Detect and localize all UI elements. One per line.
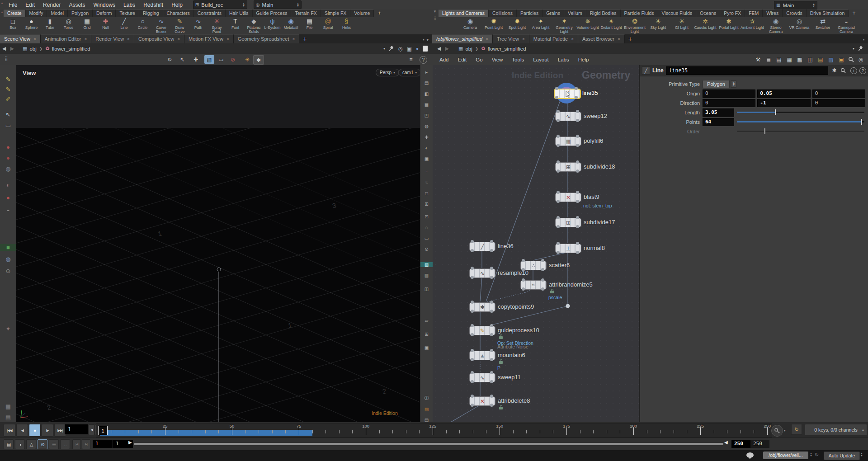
display-sets-icon[interactable]: ≡ — [406, 55, 416, 64]
node-connector[interactable] — [557, 135, 560, 138]
origin-y-field[interactable]: 0.05 — [757, 89, 810, 98]
shelf-tool[interactable]: § Helix — [337, 17, 356, 34]
path-segment-obj[interactable]: ▦ obj — [21, 46, 38, 52]
shelf-tool[interactable]: ☀ Sky Light — [646, 17, 670, 34]
node-connector[interactable] — [576, 216, 579, 219]
shelf-tool[interactable]: ✲ Caustic Light — [693, 17, 717, 34]
shelf-tab[interactable]: Terrain FX — [291, 9, 321, 17]
shelf-tab[interactable]: Modify — [26, 9, 47, 17]
box-link-icon[interactable]: ▣ — [407, 46, 412, 52]
display-option-icon[interactable]: ▤ — [420, 80, 433, 85]
menu-item[interactable]: Tools — [507, 57, 528, 62]
display-option-icon[interactable]: ▦ — [420, 102, 433, 107]
path-segment-obj[interactable]: ▦ obj — [457, 46, 474, 52]
display-option-icon[interactable]: ◻ — [420, 191, 433, 196]
shelf-tab[interactable]: Deform — [93, 9, 116, 17]
tool-strip-icon[interactable]: ● — [0, 144, 16, 151]
display-option-icon[interactable]: ▱ — [420, 318, 433, 323]
shelf-tool[interactable]: ✦ Area Light — [529, 17, 552, 34]
shelf-tool[interactable]: ✺ Point Light — [482, 17, 505, 34]
tool-strip-icon[interactable]: ⊙ — [0, 268, 16, 274]
network-node-attribdelete8[interactable]: ✕attribdelete8 — [469, 396, 495, 405]
menu-item[interactable]: Edit — [21, 2, 39, 8]
display-option-icon[interactable]: ▫ — [420, 169, 433, 174]
shelf-tool[interactable]: ◒ Gamepad Camera — [835, 17, 858, 34]
primitive-type-combo[interactable]: Polygon — [703, 80, 730, 88]
node-label[interactable]: line36 — [498, 243, 514, 249]
shelf-tool[interactable]: ◎ VR Camera — [788, 17, 811, 34]
help-icon[interactable]: ? — [859, 67, 866, 74]
node-label[interactable]: blast9 — [584, 193, 599, 200]
back-button[interactable]: ◀ — [0, 46, 8, 52]
menu-item[interactable]: Help — [574, 57, 594, 62]
range-left-cap-icon[interactable]: ▶ — [128, 440, 132, 445]
node-connector[interactable] — [471, 310, 474, 313]
menu-item[interactable]: Labs — [119, 2, 139, 8]
secure-selection-icon[interactable]: ▧ — [204, 55, 214, 64]
menu-item[interactable]: View — [487, 57, 508, 62]
shelf-tool[interactable]: ✰ Ambient Light — [741, 17, 764, 34]
panel-link-icon[interactable] — [423, 46, 428, 52]
node-connector[interactable] — [557, 160, 560, 164]
tool-strip-icon[interactable]: ✎ — [0, 86, 16, 93]
key-icon[interactable] — [771, 425, 783, 437]
node-connector[interactable] — [541, 268, 544, 271]
display-option-icon[interactable]: ▸ — [420, 70, 433, 75]
shelf-tool[interactable]: ✎ Draw Curve — [170, 17, 189, 34]
shelf-tab[interactable]: Wires — [763, 9, 783, 17]
menu-item[interactable]: Go — [471, 57, 487, 62]
node-connector[interactable] — [555, 87, 558, 90]
node-connector[interactable] — [576, 119, 579, 122]
search-icon[interactable] — [848, 56, 854, 62]
close-tab-icon[interactable]: × — [292, 37, 295, 42]
node-connector[interactable] — [576, 169, 579, 173]
recent-paths-caret-icon[interactable]: ▾ — [853, 47, 854, 51]
close-tab-icon[interactable]: × — [226, 37, 229, 42]
node-label[interactable]: scatter6 — [549, 262, 570, 268]
display-option-icon[interactable]: ⓘ — [420, 395, 433, 401]
toolbar-grip-icon[interactable]: ⣿ — [5, 56, 7, 61]
node-connector[interactable] — [555, 96, 558, 99]
node-connector[interactable] — [557, 191, 560, 194]
node-label[interactable]: guideprocess10 — [498, 327, 539, 334]
shelf-tool[interactable]: ✳ Spray Paint — [208, 17, 226, 34]
node-connector[interactable] — [471, 371, 474, 374]
shelf-tool[interactable]: ✶ Geometry Light — [552, 17, 576, 34]
tool-strip-icon[interactable]: ▤ — [0, 414, 16, 421]
tool-strip-icon[interactable]: ◍ — [0, 165, 16, 172]
go-start-button[interactable]: |◀◀ — [4, 424, 15, 437]
shelf-tool[interactable]: ✚ Null — [96, 17, 115, 34]
visibility-icon[interactable]: ◎ — [857, 56, 864, 63]
menu-item[interactable]: Windows — [89, 2, 119, 8]
display-option-icon[interactable]: ▣ — [420, 345, 433, 350]
close-tab-icon[interactable]: × — [486, 37, 488, 42]
display-option-icon[interactable]: ▧ — [420, 262, 433, 267]
menu-item[interactable]: Help — [167, 2, 187, 8]
pane-tab[interactable]: Tree View × — [493, 34, 529, 43]
shelf-tab[interactable]: Viscous Fluids — [658, 9, 697, 17]
info-icon[interactable]: i — [850, 67, 857, 74]
forward-button[interactable]: ▶ — [8, 46, 16, 52]
stepper-icon[interactable]: ▲▼ — [731, 80, 736, 88]
shelf-tab[interactable]: Particles — [517, 9, 542, 17]
shelf-tool[interactable]: ✳ GI Light — [670, 17, 693, 34]
play-reverse-button[interactable]: ◀ — [16, 424, 28, 437]
tools-icon[interactable]: ⚒ — [755, 56, 762, 63]
search-icon[interactable] — [840, 68, 848, 73]
desktop-pane-combo[interactable]: ⊞ Build_rec ▲▼ — [193, 0, 247, 9]
node-connector[interactable] — [576, 144, 579, 147]
close-tab-icon[interactable]: × — [84, 37, 87, 42]
frame-back-button[interactable]: ◀ — [89, 424, 94, 435]
persp-view-button[interactable]: Persp▾ — [376, 69, 399, 76]
back-button[interactable]: ◀ — [435, 46, 443, 52]
audio-options-icon[interactable]: ◑ — [15, 439, 25, 449]
node-connector[interactable] — [576, 242, 579, 245]
shelf-tab[interactable]: Pyro FX — [720, 9, 745, 17]
view-tool-icon[interactable]: ↻ — [165, 55, 175, 64]
length-slider[interactable] — [737, 108, 865, 116]
shelf-tool[interactable]: ✴ Distant Light — [599, 17, 623, 34]
stop-button[interactable]: ■ — [29, 424, 41, 437]
network-node-subdivide18[interactable]: ⊞subdivide18 — [555, 162, 580, 171]
next-key-button[interactable]: ▶| — [82, 439, 90, 449]
shelf-tool[interactable]: ◉ Stereo Camera — [764, 17, 788, 34]
